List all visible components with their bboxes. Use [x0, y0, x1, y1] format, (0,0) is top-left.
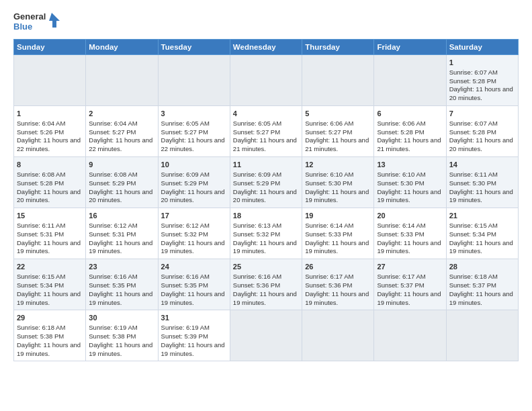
- calendar-week-row: 22Sunrise: 6:15 AMSunset: 5:34 PMDayligh…: [14, 259, 519, 310]
- daylight: Daylight: 11 hours and 19 minutes.: [89, 341, 152, 357]
- sunset: Sunset: 5:32 PM: [233, 230, 280, 238]
- daylight: Daylight: 11 hours and 19 minutes.: [449, 290, 513, 306]
- calendar-cell: 30Sunrise: 6:19 AMSunset: 5:38 PMDayligh…: [86, 310, 158, 361]
- day-number: 31: [161, 313, 227, 323]
- calendar-header-row: SundayMondayTuesdayWednesdayThursdayFrid…: [14, 39, 519, 54]
- calendar-cell: [86, 54, 158, 105]
- day-number: 23: [89, 262, 154, 272]
- sunrise: Sunrise: 6:14 AM: [305, 222, 353, 229]
- sunrise: Sunrise: 6:09 AM: [161, 171, 210, 178]
- calendar-cell: [230, 54, 302, 105]
- daylight: Daylight: 11 hours and 19 minutes.: [377, 188, 441, 204]
- sunrise: Sunrise: 6:16 AM: [233, 273, 281, 280]
- sunset: Sunset: 5:28 PM: [449, 77, 496, 85]
- daylight: Daylight: 11 hours and 19 minutes.: [305, 239, 369, 255]
- logo-text-blue: Blue: [13, 22, 32, 32]
- sunset: Sunset: 5:35 PM: [161, 281, 208, 289]
- calendar-cell: 22Sunrise: 6:15 AMSunset: 5:34 PMDayligh…: [14, 259, 86, 310]
- sunrise: Sunrise: 6:17 AM: [377, 273, 425, 280]
- day-number: 21: [449, 211, 515, 221]
- logo: General Blue: [13, 12, 61, 32]
- daylight: Daylight: 11 hours and 19 minutes.: [89, 239, 152, 255]
- calendar-table: SundayMondayTuesdayWednesdayThursdayFrid…: [13, 39, 519, 362]
- sunrise: Sunrise: 6:14 AM: [377, 222, 425, 229]
- daylight: Daylight: 11 hours and 19 minutes.: [161, 341, 225, 357]
- day-number: 11: [233, 160, 299, 170]
- calendar-day-header: Thursday: [302, 39, 374, 54]
- sunset: Sunset: 5:33 PM: [305, 230, 352, 238]
- day-number: 3: [161, 109, 227, 119]
- sunset: Sunset: 5:30 PM: [377, 179, 424, 187]
- day-number: 22: [17, 262, 83, 272]
- sunrise: Sunrise: 6:08 AM: [89, 171, 137, 178]
- daylight: Daylight: 11 hours and 20 minutes.: [233, 188, 297, 204]
- sunset: Sunset: 5:33 PM: [377, 230, 424, 238]
- day-number: 28: [449, 262, 515, 272]
- daylight: Daylight: 11 hours and 19 minutes.: [377, 290, 441, 306]
- sunset: Sunset: 5:32 PM: [161, 230, 208, 238]
- calendar-cell: 13Sunrise: 6:10 AMSunset: 5:30 PMDayligh…: [374, 157, 446, 208]
- calendar-cell: 20Sunrise: 6:14 AMSunset: 5:33 PMDayligh…: [374, 208, 446, 259]
- daylight: Daylight: 11 hours and 20 minutes.: [161, 188, 225, 204]
- sunrise: Sunrise: 6:18 AM: [17, 324, 65, 331]
- page: General Blue SundayMondayTuesdayWednesda…: [0, 0, 532, 411]
- sunrise: Sunrise: 6:15 AM: [449, 222, 498, 229]
- calendar-cell: 23Sunrise: 6:16 AMSunset: 5:35 PMDayligh…: [86, 259, 158, 310]
- sunset: Sunset: 5:29 PM: [89, 179, 136, 187]
- day-number: 2: [89, 109, 154, 119]
- sunrise: Sunrise: 6:13 AM: [233, 222, 281, 229]
- sunset: Sunset: 5:30 PM: [305, 179, 352, 187]
- sunrise: Sunrise: 6:15 AM: [17, 273, 65, 280]
- calendar-cell: 17Sunrise: 6:12 AMSunset: 5:32 PMDayligh…: [158, 208, 230, 259]
- calendar-cell: 5Sunrise: 6:06 AMSunset: 5:27 PMDaylight…: [302, 105, 374, 156]
- day-number: 30: [89, 313, 154, 323]
- calendar-cell: 2Sunrise: 6:04 AMSunset: 5:27 PMDaylight…: [86, 105, 158, 156]
- day-number: 9: [89, 160, 154, 170]
- daylight: Daylight: 11 hours and 22 minutes.: [17, 136, 81, 152]
- calendar-day-header: Friday: [374, 39, 446, 54]
- sunset: Sunset: 5:36 PM: [233, 281, 280, 289]
- day-number: 4: [233, 109, 299, 119]
- sunrise: Sunrise: 6:12 AM: [89, 222, 137, 229]
- daylight: Daylight: 11 hours and 22 minutes.: [161, 136, 225, 152]
- daylight: Daylight: 11 hours and 19 minutes.: [305, 188, 369, 204]
- sunset: Sunset: 5:31 PM: [89, 230, 136, 238]
- sunset: Sunset: 5:28 PM: [449, 128, 496, 136]
- daylight: Daylight: 11 hours and 19 minutes.: [305, 290, 369, 306]
- daylight: Daylight: 11 hours and 20 minutes.: [449, 85, 513, 101]
- sunset: Sunset: 5:27 PM: [89, 128, 136, 136]
- day-number: 25: [233, 262, 299, 272]
- calendar-cell: 18Sunrise: 6:13 AMSunset: 5:32 PMDayligh…: [230, 208, 302, 259]
- daylight: Daylight: 11 hours and 19 minutes.: [89, 290, 152, 306]
- calendar-cell: 14Sunrise: 6:11 AMSunset: 5:30 PMDayligh…: [446, 157, 518, 208]
- sunrise: Sunrise: 6:04 AM: [17, 120, 65, 127]
- calendar-cell: 24Sunrise: 6:16 AMSunset: 5:35 PMDayligh…: [158, 259, 230, 310]
- calendar-cell: 3Sunrise: 6:05 AMSunset: 5:27 PMDaylight…: [158, 105, 230, 156]
- sunrise: Sunrise: 6:16 AM: [89, 273, 137, 280]
- calendar-day-header: Sunday: [14, 39, 86, 54]
- calendar-day-header: Saturday: [446, 39, 518, 54]
- calendar-cell: 7Sunrise: 6:07 AMSunset: 5:28 PMDaylight…: [446, 105, 518, 156]
- calendar-week-row: 15Sunrise: 6:11 AMSunset: 5:31 PMDayligh…: [14, 208, 519, 259]
- calendar-cell: 1Sunrise: 6:07 AMSunset: 5:28 PMDaylight…: [446, 54, 518, 105]
- calendar-cell: 1Sunrise: 6:04 AMSunset: 5:26 PMDaylight…: [14, 105, 86, 156]
- calendar-cell: 9Sunrise: 6:08 AMSunset: 5:29 PMDaylight…: [86, 157, 158, 208]
- day-number: 10: [161, 160, 227, 170]
- calendar-cell: 28Sunrise: 6:18 AMSunset: 5:37 PMDayligh…: [446, 259, 518, 310]
- day-number: 7: [449, 109, 515, 119]
- calendar-cell: 26Sunrise: 6:17 AMSunset: 5:36 PMDayligh…: [302, 259, 374, 310]
- sunset: Sunset: 5:28 PM: [377, 128, 424, 136]
- day-number: 26: [305, 262, 371, 272]
- calendar-week-row: 8Sunrise: 6:08 AMSunset: 5:28 PMDaylight…: [14, 157, 519, 208]
- sunrise: Sunrise: 6:10 AM: [305, 171, 353, 178]
- daylight: Daylight: 11 hours and 20 minutes.: [17, 188, 81, 204]
- logo-icon: [48, 13, 61, 32]
- sunrise: Sunrise: 6:19 AM: [161, 324, 210, 331]
- calendar-cell: [14, 54, 86, 105]
- daylight: Daylight: 11 hours and 21 minutes.: [377, 136, 441, 152]
- calendar-cell: [446, 310, 518, 361]
- day-number: 5: [305, 109, 371, 119]
- daylight: Daylight: 11 hours and 19 minutes.: [17, 341, 81, 357]
- sunset: Sunset: 5:27 PM: [233, 128, 280, 136]
- sunrise: Sunrise: 6:11 AM: [17, 222, 65, 229]
